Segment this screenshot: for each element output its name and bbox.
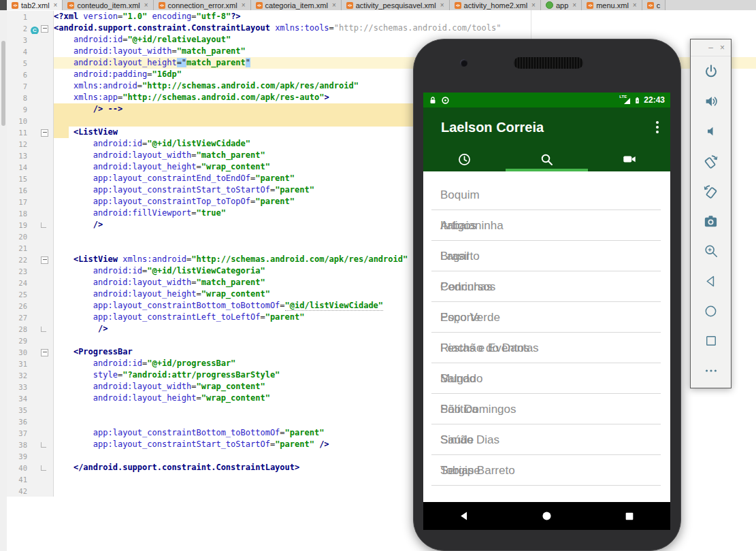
list-item[interactable]: Simão DiasSaúde — [423, 424, 670, 455]
category-label: Artigos — [440, 219, 476, 233]
overview-button[interactable] — [691, 326, 731, 356]
editor-gutter: 24 — [7, 277, 54, 288]
editor-gutter: 39 — [7, 450, 54, 462]
editor-gutter: 30 — [7, 346, 54, 358]
list-item[interactable]: PedrinhasConcursos — [423, 271, 670, 302]
list-item[interactable]: Tobias BarretoSergipe — [423, 455, 670, 486]
tab-close-icon[interactable]: × — [242, 1, 246, 9]
editor-tab-menu.xml[interactable]: menu.xml× — [582, 0, 642, 10]
fold-collapse-icon[interactable] — [41, 25, 48, 33]
category-label: Política — [440, 403, 478, 416]
editor-gutter: 28 — [7, 323, 54, 335]
emulator-phone-window: LTE 22:43 Laelson Correia BoquimItabaian… — [413, 39, 681, 551]
more-button[interactable] — [691, 356, 731, 386]
zoom-button[interactable] — [691, 236, 731, 266]
list-divider — [431, 485, 661, 486]
editor-tab-tab2.xml[interactable]: tab2.xml× — [7, 0, 63, 10]
line-number: 27 — [7, 314, 29, 322]
line-number: 11 — [7, 129, 29, 137]
list-item[interactable]: ItabaianinhaArtigos — [423, 210, 670, 241]
tab-close-icon[interactable]: × — [144, 1, 148, 9]
tab-search[interactable] — [506, 147, 588, 171]
home-button[interactable] — [691, 296, 731, 326]
screenshot-button[interactable] — [691, 206, 731, 236]
rotate-right-button[interactable] — [691, 176, 731, 206]
line-number: 12 — [7, 140, 29, 148]
list-item[interactable]: São DomingosPolítica — [423, 394, 670, 424]
power-button[interactable] — [691, 56, 731, 86]
fold-collapse-icon[interactable] — [41, 129, 48, 137]
list-item[interactable]: Riachão do DantasFestas e Eventos — [423, 333, 670, 363]
tab-close-icon[interactable]: × — [531, 1, 536, 9]
line-number: 32 — [7, 371, 29, 380]
editor-gutter: 3 — [7, 34, 54, 46]
nav-back-button[interactable] — [423, 502, 506, 530]
rotate-left-button[interactable] — [691, 146, 731, 176]
tab-close-icon[interactable]: × — [633, 1, 637, 9]
nav-home-button[interactable] — [506, 502, 588, 530]
project-panel-corner — [0, 0, 7, 10]
tab-close-icon[interactable]: × — [572, 1, 576, 9]
editor-gutter: 26 — [7, 300, 54, 312]
line-number: 3 — [7, 36, 29, 44]
tab-close-icon[interactable]: × — [440, 1, 444, 9]
nav-overview-button[interactable] — [588, 502, 670, 530]
list-item[interactable]: SalgadoMundo — [423, 363, 670, 394]
editor-tab-c[interactable]: c — [642, 0, 666, 10]
overflow-menu-icon[interactable] — [656, 121, 659, 133]
line-number: 35 — [7, 406, 29, 414]
city-category-list[interactable]: BoquimItabaianinhaArtigosLagartoBrasilPe… — [423, 171, 670, 502]
tab-close-icon[interactable]: × — [54, 1, 58, 9]
editor-tab-categoria_item.xml[interactable]: categoria_item.xml× — [251, 0, 342, 10]
fold-collapse-icon[interactable] — [41, 349, 48, 356]
line-number: 28 — [7, 325, 29, 333]
line-number: 9 — [7, 105, 29, 114]
category-label: Mundo — [440, 372, 476, 386]
data-saver-icon — [441, 96, 450, 105]
back-button[interactable] — [691, 266, 731, 296]
editor-gutter: 11 — [7, 127, 54, 138]
list-item[interactable]: LagartoBrasil — [423, 241, 670, 271]
editor-tab-app[interactable]: app× — [541, 0, 582, 10]
editor-gutter: 2C — [7, 22, 54, 34]
editor-tab-activity_pesquisavel.xml[interactable]: activity_pesquisavel.xml× — [342, 0, 450, 10]
editor-gutter: 18 — [7, 207, 54, 219]
fold-end-icon — [41, 327, 46, 332]
editor-tab-conteudo_item.xml[interactable]: conteudo_item.xml× — [63, 0, 153, 10]
line-number: 16 — [7, 186, 29, 195]
scrollbar-thumb[interactable] — [1, 41, 5, 126]
editor-tab-activity_home2.xml[interactable]: activity_home2.xml× — [450, 0, 541, 10]
editor-tab-connection_error.xml[interactable]: connection_error.xml× — [154, 0, 251, 10]
tab-label: activity_home2.xml — [464, 1, 528, 10]
fold-collapse-icon[interactable] — [41, 256, 48, 264]
editor-gutter: 20 — [7, 231, 54, 242]
close-button[interactable]: × — [720, 43, 725, 52]
line-number: 13 — [7, 152, 29, 160]
tab-video[interactable] — [588, 147, 670, 171]
xml-file-icon — [67, 2, 74, 9]
minimize-button[interactable]: – — [708, 43, 713, 52]
tab-recents-clock[interactable] — [423, 147, 506, 171]
fold-end-icon — [41, 442, 46, 448]
editor-gutter: 16 — [7, 184, 54, 196]
lock-icon — [429, 96, 437, 105]
editor-gutter: 8 — [7, 92, 54, 103]
category-label: Sergipe — [440, 464, 480, 478]
code-line: 1<?xml version="1.0" encoding="utf-8"?> — [7, 11, 756, 22]
status-right-icons: LTE 22:43 — [620, 95, 665, 105]
code-line: 2C<android.support.constraint.Constraint… — [7, 22, 756, 34]
volume-down-button[interactable] — [691, 116, 731, 146]
editor-gutter: 37 — [7, 427, 54, 439]
editor-gutter: 12 — [7, 138, 54, 150]
tab-label: tab2.xml — [21, 1, 50, 10]
volume-up-button[interactable] — [691, 86, 731, 116]
list-item[interactable]: Boquim — [423, 180, 670, 210]
ide-root: tab2.xml×conteudo_item.xml×connection_er… — [0, 0, 756, 551]
editor-gutter: 31 — [7, 358, 54, 369]
list-item[interactable]: Poço VerdeEsporte — [423, 302, 670, 333]
status-bar: LTE 22:43 — [423, 93, 670, 107]
clock-label: 22:43 — [644, 95, 665, 105]
tab-close-icon[interactable]: × — [332, 1, 336, 9]
earpiece-speaker — [514, 57, 583, 69]
phone-screen: LTE 22:43 Laelson Correia BoquimItabaian… — [423, 93, 670, 530]
